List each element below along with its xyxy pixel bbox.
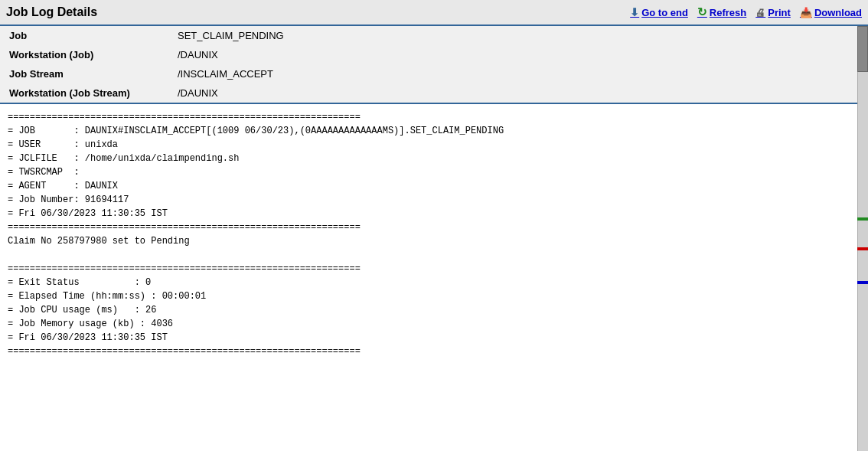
- info-value: /DAUNIX: [168, 45, 868, 64]
- refresh-icon: ↻: [697, 5, 707, 19]
- info-value: SET_CLAIM_PENDING: [168, 26, 868, 45]
- info-row: Workstation (Job)/DAUNIX: [0, 45, 868, 64]
- download-icon: 📥: [800, 7, 812, 18]
- download-button[interactable]: 📥 Download: [800, 7, 862, 18]
- go-to-end-button[interactable]: ⬇ Go to end: [630, 6, 688, 18]
- info-label: Job: [0, 26, 168, 45]
- print-icon: 🖨: [755, 7, 765, 18]
- page-header: Job Log Details ⬇ Go to end ↻ Refresh 🖨 …: [0, 0, 868, 26]
- header-actions: ⬇ Go to end ↻ Refresh 🖨 Print 📥 Download: [630, 5, 862, 19]
- scrollbar-marker-red: [857, 247, 868, 250]
- info-row: JobSET_CLAIM_PENDING: [0, 26, 868, 45]
- scrollbar-thumb[interactable]: [857, 26, 868, 72]
- info-value: /INSCLAIM_ACCEPT: [168, 64, 868, 83]
- refresh-button[interactable]: ↻ Refresh: [697, 5, 746, 19]
- info-row: Job Stream/INSCLAIM_ACCEPT: [0, 64, 868, 83]
- refresh-label: Refresh: [710, 7, 746, 18]
- info-label: Job Stream: [0, 64, 168, 83]
- info-label: Workstation (Job Stream): [0, 83, 168, 103]
- go-to-end-label: Go to end: [641, 7, 688, 18]
- log-content[interactable]: ========================================…: [0, 104, 868, 434]
- arrow-down-icon: ⬇: [630, 6, 639, 18]
- scrollbar-marker-blue: [857, 281, 868, 284]
- info-value: /DAUNIX: [168, 83, 868, 103]
- info-row: Workstation (Job Stream)/DAUNIX: [0, 83, 868, 103]
- scrollbar-marker-green: [857, 217, 868, 221]
- page-title: Job Log Details: [6, 5, 97, 19]
- print-button[interactable]: 🖨 Print: [755, 7, 791, 18]
- download-label: Download: [814, 7, 862, 18]
- info-table: JobSET_CLAIM_PENDINGWorkstation (Job)/DA…: [0, 26, 868, 104]
- print-label: Print: [768, 7, 791, 18]
- scrollbar-track[interactable]: [857, 26, 868, 451]
- info-label: Workstation (Job): [0, 45, 168, 64]
